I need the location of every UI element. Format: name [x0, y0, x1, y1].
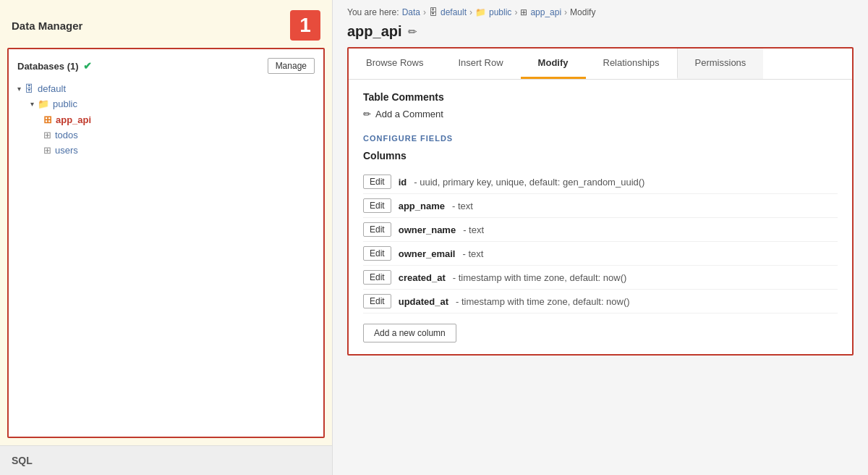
chevron-down-icon: ▾: [17, 85, 21, 93]
tree-item-todos[interactable]: ⊞ todos: [17, 127, 315, 143]
breadcrumb: You are here: Data › 🗄 default › 📁 publi…: [333, 0, 868, 20]
main-panel: Browse Rows Insert Row Modify Relationsh…: [347, 47, 854, 356]
tab-relationships[interactable]: Relationships: [586, 49, 677, 79]
tab-content-modify: Table Comments ✏ Add a Comment CONFIGURE…: [349, 80, 852, 354]
column-row-updated-at: Edit updated_at - timestamp with time zo…: [363, 290, 838, 314]
col-desc-owner-name: - text: [463, 224, 484, 235]
sidebar-header: Data Manager 1: [0, 0, 332, 48]
breadcrumb-folder-icon: 📁: [475, 7, 486, 17]
sql-section[interactable]: SQL: [0, 445, 332, 475]
column-row-id: Edit id - uuid, primary key, unique, def…: [363, 170, 838, 194]
db-label: Databases (1) ✔: [17, 60, 92, 72]
table-icon-todos: ⊞: [43, 130, 51, 140]
add-comment-label: Add a Comment: [375, 109, 443, 119]
breadcrumb-sep-3: ›: [514, 7, 517, 17]
tree-item-app-api[interactable]: ⊞ app_api: [17, 112, 315, 127]
main-content: You are here: Data › 🗄 default › 📁 publi…: [333, 0, 868, 475]
col-name-id: id: [399, 177, 407, 188]
columns-label: Columns: [363, 150, 838, 161]
col-name-owner-email: owner_email: [399, 248, 456, 259]
add-comment[interactable]: ✏ Add a Comment: [363, 109, 838, 119]
tree-label-app-api: app_api: [56, 114, 91, 125]
col-desc-owner-email: - text: [462, 248, 483, 259]
tree-label-todos: todos: [55, 130, 78, 140]
page-title: app_api: [347, 23, 402, 40]
manage-button[interactable]: Manage: [268, 58, 315, 74]
breadcrumb-modify: Modify: [570, 7, 595, 17]
edit-icon[interactable]: ✏: [408, 25, 417, 38]
tree-item-public[interactable]: ▾ 📁 public: [17, 96, 315, 112]
column-row-created-at: Edit created_at - timestamp with time zo…: [363, 266, 838, 290]
edit-button-created-at[interactable]: Edit: [363, 270, 391, 285]
breadcrumb-table-icon: ⊞: [520, 7, 527, 17]
breadcrumb-sep-1: ›: [423, 7, 426, 17]
db-icon: 🗄: [25, 83, 34, 94]
edit-button-id[interactable]: Edit: [363, 175, 391, 189]
sidebar-tree: Databases (1) ✔ Manage ▾ 🗄 default ▾ 📁 p…: [7, 48, 325, 438]
page-title-bar: app_api ✏: [333, 20, 868, 47]
sql-label: SQL: [12, 455, 33, 466]
breadcrumb-sep-4: ›: [564, 7, 567, 17]
tree-label-public: public: [53, 98, 77, 109]
column-row-owner-name: Edit owner_name - text: [363, 218, 838, 242]
col-desc-id: - uuid, primary key, unique, default: ge…: [414, 177, 644, 188]
breadcrumb-sep-2: ›: [469, 7, 472, 17]
tree-item-users[interactable]: ⊞ users: [17, 143, 315, 158]
breadcrumb-data[interactable]: Data: [402, 7, 420, 17]
table-icon-app-api: ⊞: [43, 114, 52, 125]
col-desc-created-at: - timestamp with time zone, default: now…: [453, 272, 627, 283]
step-badge: 1: [290, 10, 320, 41]
breadcrumb-public[interactable]: public: [489, 7, 511, 17]
tab-browse-rows[interactable]: Browse Rows: [349, 49, 441, 79]
edit-button-owner-name[interactable]: Edit: [363, 222, 391, 237]
edit-button-updated-at[interactable]: Edit: [363, 294, 391, 308]
edit-comment-icon: ✏: [363, 109, 371, 119]
db-header: Databases (1) ✔ Manage: [17, 58, 315, 74]
tree-label-default: default: [38, 83, 66, 94]
content-area: Browse Rows Insert Row Modify Relationsh…: [333, 47, 868, 475]
edit-button-owner-email[interactable]: Edit: [363, 246, 391, 261]
configure-fields-label: CONFIGURE FIELDS: [363, 134, 838, 143]
tree-item-default[interactable]: ▾ 🗄 default: [17, 81, 315, 96]
table-comments-title: Table Comments: [363, 91, 838, 103]
col-desc-app-name: - text: [452, 201, 473, 211]
chevron-down-icon-public: ▾: [30, 100, 34, 108]
folder-icon: 📁: [38, 98, 49, 109]
col-name-app-name: app_name: [399, 201, 445, 211]
sidebar: Data Manager 1 Databases (1) ✔ Manage ▾ …: [0, 0, 333, 475]
tabs-bar: Browse Rows Insert Row Modify Relationsh…: [349, 49, 852, 80]
sidebar-title: Data Manager: [12, 20, 82, 32]
databases-label: Databases (1): [17, 61, 79, 72]
check-icon: ✔: [83, 60, 92, 72]
breadcrumb-db-icon: 🗄: [429, 7, 438, 17]
tree-label-users: users: [55, 145, 78, 156]
table-icon-users: ⊞: [43, 145, 51, 156]
you-are-here: You are here:: [347, 7, 399, 17]
col-name-updated-at: updated_at: [399, 296, 448, 307]
breadcrumb-default[interactable]: default: [441, 7, 467, 17]
breadcrumb-app-api[interactable]: app_api: [530, 7, 561, 17]
column-row-app-name: Edit app_name - text: [363, 194, 838, 218]
edit-button-app-name[interactable]: Edit: [363, 198, 391, 213]
tab-insert-row[interactable]: Insert Row: [441, 49, 520, 79]
col-name-created-at: created_at: [399, 272, 446, 283]
column-row-owner-email: Edit owner_email - text: [363, 242, 838, 266]
tab-modify[interactable]: Modify: [521, 49, 586, 79]
col-desc-updated-at: - timestamp with time zone, default: now…: [456, 296, 630, 307]
add-column-button[interactable]: Add a new column: [363, 324, 456, 342]
tab-permissions[interactable]: Permissions: [677, 49, 764, 79]
col-name-owner-name: owner_name: [399, 224, 456, 235]
